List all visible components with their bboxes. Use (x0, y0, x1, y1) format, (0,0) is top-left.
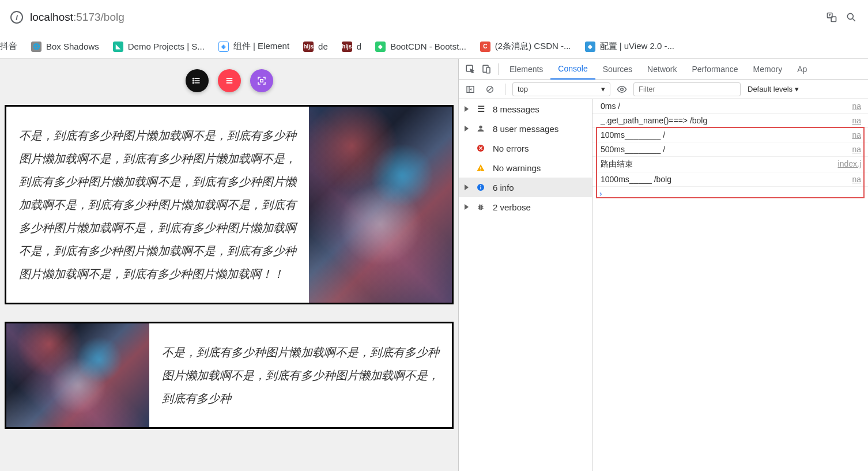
svg-rect-24 (480, 167, 481, 169)
inspect-icon[interactable] (462, 61, 478, 77)
tab-console[interactable]: Console (550, 59, 595, 80)
menu-icon (224, 76, 235, 86)
log-entry[interactable]: 1000ms_____ /bolgna (592, 172, 868, 187)
context-selector[interactable]: top ▾ (512, 82, 610, 96)
bookmark-item[interactable]: ◈组件 | Element (218, 41, 289, 52)
devtools-panel: Elements Console Sources Network Perform… (458, 59, 868, 471)
expand-icon (465, 184, 469, 190)
url-host: localhost (30, 11, 73, 23)
bug-icon (475, 202, 486, 212)
clear-console-icon[interactable] (482, 81, 498, 97)
tab-memory[interactable]: Memory (746, 59, 790, 80)
live-expression-icon[interactable] (614, 81, 630, 97)
log-entry[interactable]: 500ms________ /na (592, 142, 868, 157)
bookmark-favicon: ◣ (113, 42, 123, 52)
error-icon (475, 143, 486, 153)
bookmark-item[interactable]: 抖音 (0, 41, 17, 52)
main-area: 不是，到底有多少种图片懒加载啊不是，到底有多少种图片懒加载啊不是，到底有多少种图… (0, 59, 868, 471)
devtools-tabs: Elements Console Sources Network Perform… (459, 59, 868, 80)
svg-point-2 (847, 13, 853, 19)
sidebar-verbose[interactable]: 2 verbose (459, 197, 592, 217)
svg-rect-28 (480, 185, 481, 186)
url-display[interactable]: localhost:5173/bolg (30, 11, 124, 24)
svg-line-3 (853, 19, 855, 21)
expand-icon (465, 204, 469, 210)
article-text: 不是，到底有多少种图片懒加载啊不是，到底有多少种图片懒加载啊不是，到底有多少种图… (6, 107, 309, 303)
tab-application[interactable]: Ap (790, 59, 814, 80)
user-icon (475, 123, 486, 134)
svg-point-7 (193, 78, 194, 80)
page-content: 不是，到底有多少种图片懒加载啊不是，到底有多少种图片懒加载啊不是，到底有多少种图… (0, 59, 458, 471)
log-entry[interactable]: 路由结束index.j (592, 157, 868, 172)
article-card: 不是，到底有多少种图片懒加载啊不是，到底有多少种图片懒加载啊不是，到底有多少种图… (5, 322, 454, 429)
site-info-icon[interactable]: i (10, 11, 23, 24)
sidebar-toggle-icon[interactable] (462, 81, 478, 97)
article-text: 不是，到底有多少种图片懒加载啊不是，到底有多少种图片懒加载啊不是，到底有多少种图… (149, 323, 452, 427)
bookmark-item[interactable]: 🌐Box Shadows (31, 42, 99, 52)
svg-line-20 (488, 87, 492, 91)
list-icon: ☰ (475, 104, 486, 114)
tab-elements[interactable]: Elements (502, 59, 550, 80)
translate-icon[interactable] (825, 11, 838, 24)
fullscreen-icon (256, 76, 267, 86)
article-card: 不是，到底有多少种图片懒加载啊不是，到底有多少种图片懒加载啊不是，到底有多少种图… (5, 105, 454, 304)
bookmarks-bar: 抖音 🌐Box Shadows ◣Demo Projects | S... ◈组… (0, 35, 868, 59)
zoom-icon[interactable] (845, 11, 858, 24)
sidebar-messages[interactable]: ☰ 8 messages (459, 99, 592, 119)
bookmark-favicon: C (480, 42, 490, 52)
bookmark-favicon: ◈ (218, 42, 229, 52)
sidebar-user-messages[interactable]: 8 user messages (459, 119, 592, 138)
console-toolbar: top ▾ Default levels ▾ (459, 80, 868, 99)
warning-icon (475, 163, 486, 173)
tab-network[interactable]: Network (640, 59, 684, 80)
bookmark-item[interactable]: hljsd (342, 42, 361, 52)
svg-rect-27 (480, 187, 481, 190)
context-value: top (518, 85, 528, 93)
log-entry[interactable]: _.get_path_name()===> /bolgna (592, 114, 868, 128)
article-image (6, 323, 149, 427)
list-button[interactable] (186, 69, 209, 92)
fullscreen-button[interactable] (250, 69, 273, 92)
svg-point-22 (479, 126, 482, 129)
console-prompt[interactable]: › (592, 187, 868, 201)
sidebar-info[interactable]: 6 info (459, 178, 592, 197)
tab-sources[interactable]: Sources (595, 59, 640, 80)
filter-input[interactable] (633, 82, 741, 96)
list-icon (192, 76, 202, 86)
bookmark-favicon: ◈ (585, 42, 595, 52)
address-bar: i localhost:5173/bolg (0, 0, 868, 35)
log-levels-selector[interactable]: Default levels ▾ (748, 85, 799, 93)
device-toggle-icon[interactable] (478, 61, 495, 77)
expand-icon (465, 106, 469, 112)
globe-icon: 🌐 (31, 42, 41, 52)
bookmark-favicon: ◆ (375, 42, 386, 52)
console-log[interactable]: 0ms /na _.get_path_name()===> /bolgna 10… (592, 99, 868, 471)
url-path: :5173/bolg (73, 11, 124, 23)
svg-point-9 (193, 82, 194, 84)
bookmark-item[interactable]: ◈配置 | uView 2.0 -... (585, 41, 675, 52)
bookmark-item[interactable]: ◆BootCDN - Bootst... (375, 42, 466, 52)
floating-buttons (0, 59, 458, 100)
console-body: ☰ 8 messages 8 user messages No errors N (459, 99, 868, 471)
log-entry[interactable]: 0ms /na (592, 99, 868, 114)
svg-rect-25 (480, 169, 481, 170)
svg-rect-16 (486, 67, 490, 73)
expand-icon (465, 126, 469, 131)
svg-point-8 (193, 80, 194, 81)
sidebar-errors[interactable]: No errors (459, 138, 592, 158)
bookmark-item[interactable]: hljsde (303, 42, 328, 52)
console-sidebar: ☰ 8 messages 8 user messages No errors N (459, 99, 592, 471)
bookmark-favicon: hljs (303, 42, 314, 52)
bookmark-item[interactable]: ◣Demo Projects | S... (113, 42, 205, 52)
svg-rect-13 (260, 80, 263, 82)
menu-button[interactable] (218, 69, 241, 92)
chevron-down-icon: ▾ (601, 85, 605, 93)
log-entry[interactable]: 100ms________ /na (592, 128, 868, 142)
bookmark-item[interactable]: C(2条消息) CSDN -... (480, 41, 571, 52)
svg-point-21 (621, 88, 624, 91)
chevron-down-icon: ▾ (795, 85, 799, 93)
sidebar-warnings[interactable]: No warnings (459, 158, 592, 178)
tab-performance[interactable]: Performance (684, 59, 745, 80)
article-image (309, 107, 452, 303)
bookmark-favicon: hljs (342, 42, 352, 52)
